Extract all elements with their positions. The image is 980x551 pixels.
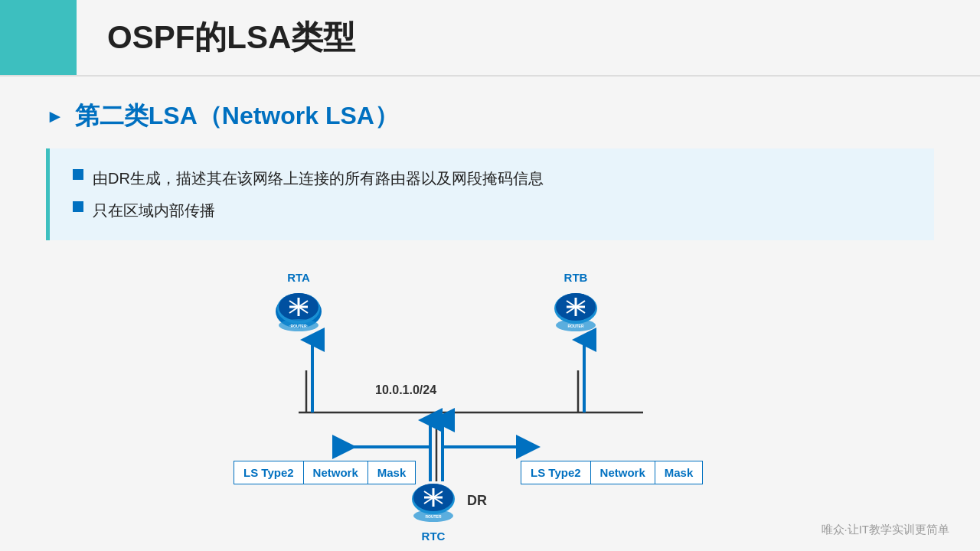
lsa-right-col3: Mask <box>655 461 703 484</box>
rtb-router: RTB ROUTER <box>551 271 600 336</box>
rta-icon: ROUTER ROUTER <box>274 287 323 336</box>
diagram-svg <box>46 263 934 551</box>
rta-router: RTA ROUTER ROUTER <box>274 271 323 336</box>
watermark: 唯众·让IT教学实训更简单 <box>822 523 950 537</box>
svg-text:ROUTER: ROUTER <box>425 514 442 519</box>
main-content: ► 第二类LSA（Network LSA） 由DR生成，描述其在该网络上连接的所… <box>0 77 980 551</box>
lsa-left-col3: Mask <box>368 461 416 484</box>
rtb-label: RTB <box>564 271 588 284</box>
network-ip-label: 10.0.1.0/24 <box>375 383 436 397</box>
arrow-icon: ► <box>46 106 64 127</box>
lsa-box-right: LS Type2 Network Mask <box>521 461 703 484</box>
rtc-router: ROUTER RTC <box>409 478 458 543</box>
bullet-icon-2 <box>73 201 83 212</box>
dr-label: DR <box>467 493 487 509</box>
section-title: 第二类LSA（Network LSA） <box>75 99 399 133</box>
lsa-right-col2: Network <box>591 461 655 484</box>
diagram: RTA ROUTER ROUTER RTB <box>46 263 934 551</box>
bullet-1: 由DR生成，描述其在该网络上连接的所有路由器以及网段掩码信息 <box>73 165 911 191</box>
svg-text:ROUTER: ROUTER <box>567 324 584 328</box>
rta-label: RTA <box>287 271 310 284</box>
bullet-2: 只在区域内部传播 <box>73 197 911 223</box>
page-title: OSPF的LSA类型 <box>107 16 355 59</box>
lsa-left-col2: Network <box>304 461 368 484</box>
header-accent <box>0 0 77 75</box>
lsa-box-left: LS Type2 Network Mask <box>234 461 416 484</box>
rtc-icon: ROUTER <box>409 478 458 527</box>
svg-text:ROUTER: ROUTER <box>290 324 307 328</box>
lsa-right-col1: LS Type2 <box>521 461 591 484</box>
bullet-icon-1 <box>73 169 83 180</box>
header: OSPF的LSA类型 <box>0 0 980 77</box>
info-box: 由DR生成，描述其在该网络上连接的所有路由器以及网段掩码信息 只在区域内部传播 <box>46 148 934 240</box>
rtc-label: RTC <box>422 530 446 543</box>
lsa-left-col1: LS Type2 <box>234 461 304 484</box>
rtb-icon: ROUTER <box>551 287 600 336</box>
section-heading: ► 第二类LSA（Network LSA） <box>46 99 934 133</box>
header-title-area: OSPF的LSA类型 <box>77 0 980 75</box>
